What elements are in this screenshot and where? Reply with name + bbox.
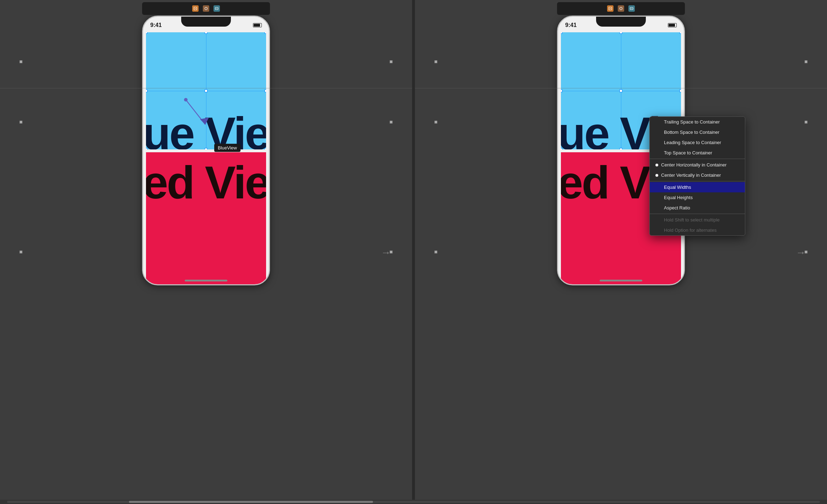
menu-item-aspect-ratio[interactable]: Aspect Ratio [650, 203, 745, 213]
left-battery-icon [253, 23, 262, 27]
menu-item-center-v[interactable]: Center Vertically in Container [650, 170, 745, 180]
menu-item-leading-space-label: Leading Space to Container [664, 140, 721, 145]
toolbar-btn-teal-left[interactable] [213, 5, 220, 12]
left-arrow-right: → [381, 247, 391, 258]
scrollbar-container[interactable] [0, 500, 827, 504]
svg-marker-6 [200, 117, 209, 125]
right-handle-mr [680, 89, 681, 92]
left-toolbar [142, 2, 270, 15]
menu-item-center-v-bullet [655, 174, 658, 177]
menu-item-bottom-space-label: Bottom Space to Container [664, 130, 719, 135]
right-handle-mc [620, 89, 622, 92]
panel-divider [412, 0, 415, 504]
right-handle-ml [561, 89, 562, 92]
left-handle-tr [265, 32, 266, 34]
right-outer-dot-tl [434, 60, 437, 63]
right-handle-tr [680, 32, 681, 34]
menu-item-center-h-bullet [655, 164, 658, 166]
menu-item-bottom-space[interactable]: Bottom Space to Container [650, 127, 745, 137]
left-outer-dot-bl [20, 121, 22, 124]
menu-item-equal-heights[interactable]: Equal Heights [650, 192, 745, 203]
left-status-time: 9:41 [150, 22, 162, 28]
svg-point-2 [205, 7, 207, 10]
right-battery-icon [668, 23, 677, 27]
menu-item-center-v-label: Center Vertically in Container [661, 172, 721, 178]
menu-item-top-space-label: Top Space to Container [664, 150, 712, 155]
right-battery-fill [669, 24, 675, 27]
right-outer-dot-tr [805, 60, 807, 63]
toolbar-btn-teal-right[interactable] [628, 5, 635, 12]
left-phone-screen: ue Vie ed Vie [143, 32, 269, 284]
right-toolbar [557, 2, 685, 15]
menu-item-center-h[interactable]: Center Horizontally in Container [650, 160, 745, 170]
context-menu: Trailing Space to Container Bottom Space… [649, 116, 745, 236]
right-panel: 9:41 [415, 0, 827, 504]
menu-item-equal-widths[interactable]: Equal Widths [650, 182, 745, 192]
left-outer-dot-tr [390, 60, 393, 63]
left-panel: 9:41 [0, 0, 412, 504]
right-constraint-line-h [415, 88, 827, 88]
right-status-icons [668, 23, 677, 27]
menu-divider-2 [650, 181, 745, 181]
menu-item-equal-widths-label: Equal Widths [664, 185, 691, 190]
left-phone-notch [181, 17, 231, 27]
right-outer-dot-ml [434, 251, 437, 253]
menu-item-center-h-label: Center Horizontally in Container [661, 162, 726, 168]
left-outer-dot-ml [20, 251, 22, 253]
toolbar-btn-brown-left[interactable] [203, 5, 209, 12]
left-red-view-text: ed Vie [146, 159, 266, 206]
scrollbar-track [7, 501, 820, 503]
right-arrow-right: → [796, 247, 806, 258]
menu-item-hold-shift-label: Hold Shift to select multiple [664, 217, 720, 223]
svg-point-7 [184, 98, 188, 102]
menu-item-top-space[interactable]: Top Space to Container [650, 148, 745, 158]
menu-item-trailing-space-label: Trailing Space to Container [664, 119, 720, 125]
right-phone-bottom-bar [600, 280, 642, 281]
menu-divider-1 [650, 159, 745, 159]
menu-item-equal-heights-label: Equal Heights [664, 195, 693, 200]
menu-item-hold-option-label: Hold Option for alternates [664, 228, 717, 233]
right-outer-dot-bl [434, 121, 437, 124]
left-constraint-line-h [0, 88, 412, 88]
left-blueview-tooltip: BlueView [214, 144, 240, 152]
left-handle-tl [146, 32, 147, 34]
toolbar-btn-brown-right[interactable] [618, 5, 624, 12]
left-handle-ml [146, 89, 147, 92]
toolbar-btn-orange-left[interactable] [192, 5, 199, 12]
menu-item-leading-space[interactable]: Leading Space to Container [650, 137, 745, 148]
toolbar-btn-orange-right[interactable] [607, 5, 614, 12]
right-handle-tc [620, 32, 622, 34]
right-status-time: 9:41 [565, 22, 577, 28]
left-outer-dot-tl [20, 60, 22, 63]
left-status-icons [253, 23, 262, 27]
left-handle-tc [205, 32, 207, 34]
menu-item-hold-option: Hold Option for alternates [650, 225, 745, 235]
left-red-view[interactable]: ed Vie [146, 152, 266, 284]
main-container: 9:41 [0, 0, 827, 504]
menu-item-hold-shift: Hold Shift to select multiple [650, 215, 745, 225]
right-phone-notch [596, 17, 646, 27]
left-outer-dot-br [390, 121, 393, 124]
menu-divider-3 [650, 214, 745, 214]
left-phone-frame: 9:41 [142, 16, 270, 285]
scrollbar-thumb[interactable] [129, 501, 373, 503]
menu-item-trailing-space[interactable]: Trailing Space to Container [650, 117, 745, 127]
right-handle-tl [561, 32, 562, 34]
menu-item-aspect-ratio-label: Aspect Ratio [664, 205, 690, 210]
svg-point-10 [620, 7, 622, 10]
left-handle-mr [265, 89, 266, 92]
left-phone-bottom-bar [185, 280, 227, 281]
right-outer-dot-br [805, 121, 807, 124]
left-battery-fill [254, 24, 260, 27]
